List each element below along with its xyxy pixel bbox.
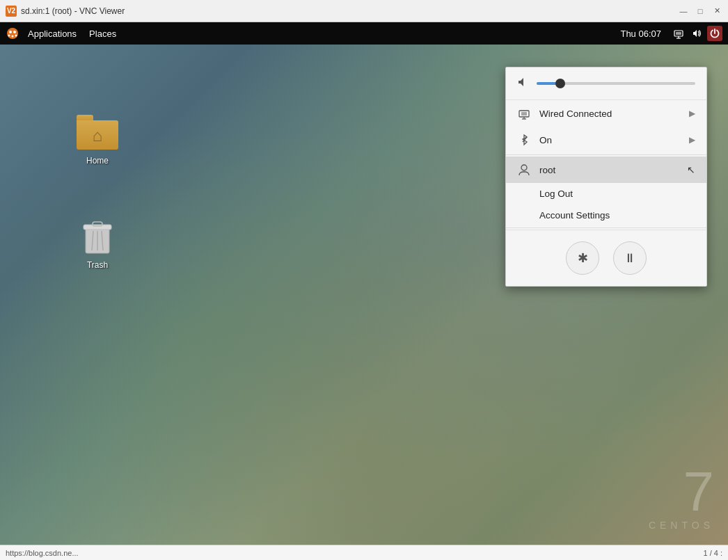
topbar-icons: [671, 26, 722, 41]
account-settings-item[interactable]: Account Settings: [506, 205, 706, 226]
maximize-button[interactable]: □: [695, 6, 706, 17]
centos-version-number: 7: [649, 464, 714, 520]
close-button[interactable]: ✕: [711, 6, 722, 17]
svg-point-0: [7, 28, 18, 39]
network-icon-btn[interactable]: [671, 26, 686, 41]
svg-rect-11: [84, 225, 111, 230]
vnc-window: V2 sd.xin:1 (root) - VNC Viewer — □ ✕: [0, 0, 728, 560]
svg-point-5: [15, 35, 17, 37]
trash-image: [75, 214, 120, 259]
audio-icon-btn[interactable]: [689, 26, 704, 41]
home-icon-label: Home: [86, 156, 109, 166]
svg-point-21: [521, 165, 527, 170]
svg-point-4: [12, 35, 14, 38]
vnc-content: Applications Places Thu 06:07: [0, 22, 728, 545]
bluetooth-item[interactable]: On ▶: [506, 127, 706, 153]
minimize-button[interactable]: —: [678, 6, 689, 17]
svg-rect-9: [676, 32, 681, 35]
cursor-indicator: ↖: [687, 164, 695, 175]
home-desktop-icon[interactable]: ⌂ Home: [70, 107, 125, 168]
trash-icon-label: Trash: [87, 260, 108, 270]
statusbar-url: https://blog.csdn.ne...: [6, 549, 703, 557]
wired-connected-arrow: ▶: [689, 109, 695, 118]
bluetooth-arrow: ▶: [689, 135, 695, 145]
applications-menu[interactable]: Applications: [22, 26, 82, 42]
home-folder-image: ⌂: [75, 110, 120, 154]
vnc-statusbar: https://blog.csdn.ne... 1 / 4 :: [0, 545, 728, 560]
volume-slider-track[interactable]: [537, 82, 695, 85]
svg-point-1: [9, 31, 12, 33]
wired-connected-label: Wired Connected: [539, 109, 681, 119]
volume-slider-thumb: [555, 79, 565, 88]
topbar-left: Applications Places: [6, 26, 122, 42]
gnome-topbar: Applications Places Thu 06:07: [0, 22, 728, 45]
user-menu-icon: [517, 163, 531, 177]
root-user-item[interactable]: root ↖: [506, 157, 706, 183]
applications-icon: [6, 26, 19, 40]
topbar-clock: Thu 06:07: [615, 29, 667, 39]
bluetooth-media-btn[interactable]: ✱: [566, 241, 599, 275]
vnc-titlebar: V2 sd.xin:1 (root) - VNC Viewer — □ ✕: [0, 0, 728, 22]
logout-item[interactable]: Log Out: [506, 183, 706, 205]
centos-brand-text: CENTOS: [649, 520, 714, 531]
bluetooth-label: On: [539, 135, 681, 145]
menu-separator-2: [506, 227, 706, 228]
statusbar-pages: 1 / 4 :: [703, 549, 722, 557]
vnc-app-icon: V2: [6, 6, 17, 17]
volume-row: [506, 67, 706, 100]
account-settings-label: Account Settings: [539, 210, 610, 221]
system-menu-popup: Wired Connected ▶ On ▶: [505, 67, 707, 287]
topbar-right: Thu 06:07: [615, 26, 722, 41]
centos-watermark: 7 CENTOS: [649, 464, 714, 531]
svg-point-2: [13, 31, 16, 33]
power-icon-btn[interactable]: [707, 26, 722, 41]
menu-separator-1: [506, 154, 706, 155]
window-controls: — □ ✕: [678, 6, 722, 17]
root-label: root: [539, 165, 679, 175]
places-menu[interactable]: Places: [84, 26, 122, 42]
trash-desktop-icon[interactable]: Trash: [70, 211, 125, 273]
volume-icon: [517, 76, 530, 91]
vnc-title-text: sd.xin:1 (root) - VNC Viewer: [21, 6, 678, 16]
svg-point-3: [8, 35, 10, 37]
svg-rect-17: [521, 112, 527, 115]
pause-btn[interactable]: ⏸: [613, 241, 647, 275]
media-controls-row: ✱ ⏸: [506, 230, 706, 286]
logout-label: Log Out: [539, 189, 573, 199]
desktop[interactable]: ⌂ Home: [0, 45, 728, 545]
wired-connected-item[interactable]: Wired Connected ▶: [506, 100, 706, 127]
bluetooth-menu-icon: [517, 133, 531, 147]
network-menu-icon: [517, 106, 531, 120]
